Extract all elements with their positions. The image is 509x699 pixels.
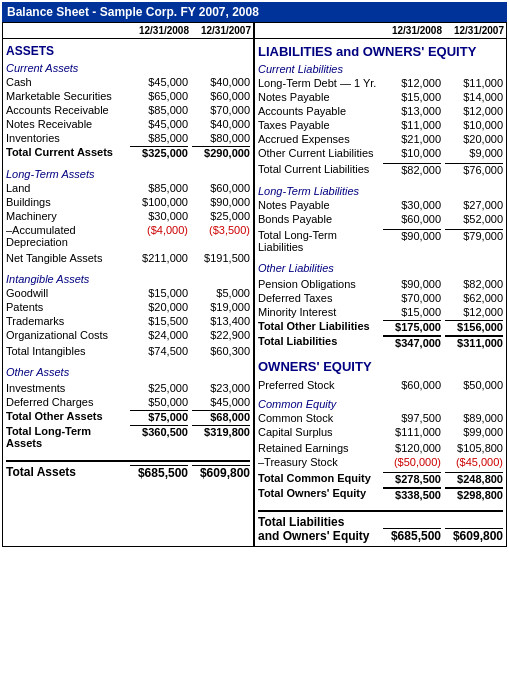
liabilities-title: LIABILITIES and OWNERS' EQUITY [258, 44, 503, 59]
list-item: Accounts Payable $13,000$12,000 [258, 104, 503, 118]
list-item: Pension Obligations $90,000$82,000 [258, 277, 503, 291]
list-item: Marketable Securities $65,000$60,000 [6, 89, 250, 103]
total-long-term-liabilities: Total Long-Term Liabilities $90,000$79,0… [258, 228, 503, 254]
long-term-assets-label: Long-Term Assets [6, 168, 250, 180]
list-item: Accounts Receivable $85,000$70,000 [6, 103, 250, 117]
list-item: Organizational Costs $24,000$22,900 [6, 328, 250, 342]
other-liabilities-label: Other Liabilities [258, 262, 503, 274]
list-item: Other Current Liabilities $10,000$9,000 [258, 146, 503, 160]
right-section: LIABILITIES and OWNERS' EQUITY Current L… [255, 39, 506, 546]
owners-equity-title: OWNERS' EQUITY [258, 359, 503, 374]
list-item: Accrued Expenses $21,000$20,000 [258, 132, 503, 146]
list-item: Notes Payable $30,000$27,000 [258, 198, 503, 212]
left-date-col1: 12/31/2008 [131, 25, 189, 36]
page-title: Balance Sheet - Sample Corp. FY 2007, 20… [7, 5, 259, 19]
list-item: –Accumulated Depreciation ($4,000)($3,50… [6, 223, 250, 249]
current-liabilities-label: Current Liabilities [258, 63, 503, 75]
list-item: Buildings $100,000$90,000 [6, 195, 250, 209]
main-content: ASSETS Current Assets Cash $45,000$40,00… [2, 38, 507, 547]
retained-earnings: Retained Earnings $120,000$105,800 [258, 441, 503, 455]
page-header: Balance Sheet - Sample Corp. FY 2007, 20… [2, 2, 507, 22]
total-current-assets: Total Current Assets $325,000$290,000 [6, 145, 250, 160]
assets-title: ASSETS [6, 44, 250, 58]
list-item: Patents $20,000$19,000 [6, 300, 250, 314]
list-item: Investments $25,000$23,000 [6, 381, 250, 395]
list-item: Trademarks $15,500$13,400 [6, 314, 250, 328]
total-current-liabilities: Total Current Liabilities $82,000$76,000 [258, 162, 503, 177]
list-item: Land $85,000$60,000 [6, 181, 250, 195]
current-assets-label: Current Assets [6, 62, 250, 74]
left-section: ASSETS Current Assets Cash $45,000$40,00… [3, 39, 255, 546]
list-item: Deferred Taxes $70,000$62,000 [258, 291, 503, 305]
total-assets: Total Assets $685,500$609,800 [6, 464, 250, 481]
total-liabilities: Total Liabilities $347,000$311,000 [258, 334, 503, 350]
common-equity-label: Common Equity [258, 398, 503, 410]
page: Balance Sheet - Sample Corp. FY 2007, 20… [0, 0, 509, 549]
right-date-col1: 12/31/2008 [384, 25, 442, 36]
total-other-assets: Total Other Assets $75,000$68,000 [6, 409, 250, 424]
list-item: Deferred Charges $50,000$45,000 [6, 395, 250, 409]
total-intangibles: Total Intangibles $74,500$60,300 [6, 344, 250, 358]
list-item: Capital Surplus $111,000$99,000 [258, 425, 503, 439]
list-item: Long-Term Debt — 1 Yr. $12,000$11,000 [258, 76, 503, 90]
left-date-col2: 12/31/2007 [193, 25, 251, 36]
total-owners-equity: Total Owners' Equity $338,500$298,800 [258, 486, 503, 502]
total-common-equity: Total Common Equity $278,500$248,800 [258, 471, 503, 486]
list-item: Notes Receivable $45,000$40,000 [6, 117, 250, 131]
list-item: Bonds Payable $60,000$52,000 [258, 212, 503, 226]
list-item: Taxes Payable $11,000$10,000 [258, 118, 503, 132]
list-item: Common Stock $97,500$89,000 [258, 411, 503, 425]
intangible-assets-label: Intangible Assets [6, 273, 250, 285]
preferred-stock: Preferred Stock $60,000$50,000 [258, 378, 503, 392]
list-item: Goodwill $15,000$5,000 [6, 286, 250, 300]
list-item: Notes Payable $15,000$14,000 [258, 90, 503, 104]
treasury-stock: –Treasury Stock ($50,000)($45,000) [258, 455, 503, 469]
list-item: Machinery $30,000$25,000 [6, 209, 250, 223]
net-tangible-assets: Net Tangible Assets $211,000$191,500 [6, 251, 250, 265]
total-liabilities-owners-equity: Total Liabilitiesand Owners' Equity $685… [258, 514, 503, 544]
total-other-liabilities: Total Other Liabilities $175,000$156,000 [258, 319, 503, 334]
other-assets-label: Other Assets [6, 366, 250, 378]
total-long-term-assets: Total Long-TermAssets $360,500$319,800 [6, 424, 250, 450]
list-item: Minority Interest $15,000$12,000 [258, 305, 503, 319]
long-term-liabilities-label: Long-Term Liabilities [258, 185, 503, 197]
list-item: Cash $45,000$40,000 [6, 75, 250, 89]
list-item: Inventories $85,000$80,000 [6, 131, 250, 145]
right-date-col2: 12/31/2007 [446, 25, 504, 36]
